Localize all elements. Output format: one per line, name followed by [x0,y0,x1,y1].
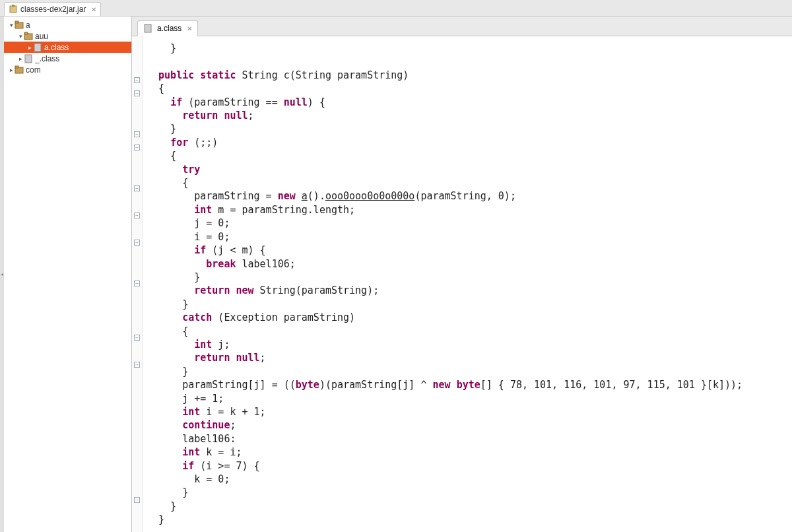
svg-rect-1 [12,5,15,7]
fold-toggle-icon[interactable]: − [134,240,140,246]
source-code-view[interactable]: } public static String c(String paramStr… [143,36,792,532]
editor-panel: a.class ✕ −−−−−−−−−−− } public static St… [132,17,792,532]
package-icon [15,20,24,30]
package-icon [15,65,24,75]
tree-node-a[interactable]: ▾ a [4,19,131,30]
tree-label: a [26,20,30,30]
svg-rect-3 [15,21,18,23]
tree-node-auu[interactable]: ▾ auu [4,30,131,42]
fold-toggle-icon[interactable]: − [134,185,140,191]
package-explorer: ▾ a ▾ auu ▸ a.class ▸ _.class ▸ com [4,17,132,532]
class-file-icon [24,54,33,63]
top-tab-bar: classes-dex2jar.jar ✕ [0,0,792,17]
expand-toggle-icon[interactable]: ▾ [17,33,24,40]
editor-gutter[interactable]: −−−−−−−−−−− [132,36,143,532]
expand-toggle-icon[interactable]: ▸ [17,55,24,62]
svg-rect-6 [34,44,41,51]
expand-toggle-icon[interactable]: ▾ [8,22,15,28]
tree-label: _.class [35,54,59,63]
tree-label: com [26,65,41,75]
close-icon[interactable]: ✕ [187,25,192,32]
class-file-icon [33,43,42,52]
jar-file-icon [9,5,18,14]
svg-rect-0 [10,6,16,13]
tree-node-com[interactable]: ▸ com [4,64,131,75]
fold-toggle-icon[interactable]: − [134,497,140,503]
fold-toggle-icon[interactable]: − [134,145,140,150]
tree-label: a.class [44,43,69,52]
fold-toggle-icon[interactable]: − [134,362,140,368]
tree-node-underscore-class[interactable]: ▸ _.class [4,53,131,64]
editor-tab-bar: a.class ✕ [132,17,792,36]
fold-toggle-icon[interactable]: − [134,77,140,83]
class-file-icon [143,24,152,33]
tree-node-a-class[interactable]: ▸ a.class [4,42,131,53]
fold-toggle-icon[interactable]: − [134,281,140,286]
svg-rect-9 [15,66,18,68]
editor-tab-label: a.class [157,24,182,33]
expand-toggle-icon[interactable]: ▸ [8,67,15,73]
close-icon[interactable]: ✕ [91,6,96,13]
top-tab-label: classes-dex2jar.jar [20,5,86,14]
editor-tab-a-class[interactable]: a.class ✕ [137,20,198,36]
svg-rect-5 [24,32,28,34]
expand-toggle-icon[interactable]: ▸ [26,44,33,51]
fold-toggle-icon[interactable]: − [134,213,140,218]
svg-rect-7 [25,55,32,63]
tree-label: auu [35,32,48,41]
fold-toggle-icon[interactable]: − [134,90,140,96]
svg-rect-10 [145,24,151,32]
fold-toggle-icon[interactable]: − [134,335,140,341]
editor-file-tab[interactable]: classes-dex2jar.jar ✕ [4,2,101,16]
fold-toggle-icon[interactable]: − [134,131,140,137]
package-icon [24,32,33,41]
